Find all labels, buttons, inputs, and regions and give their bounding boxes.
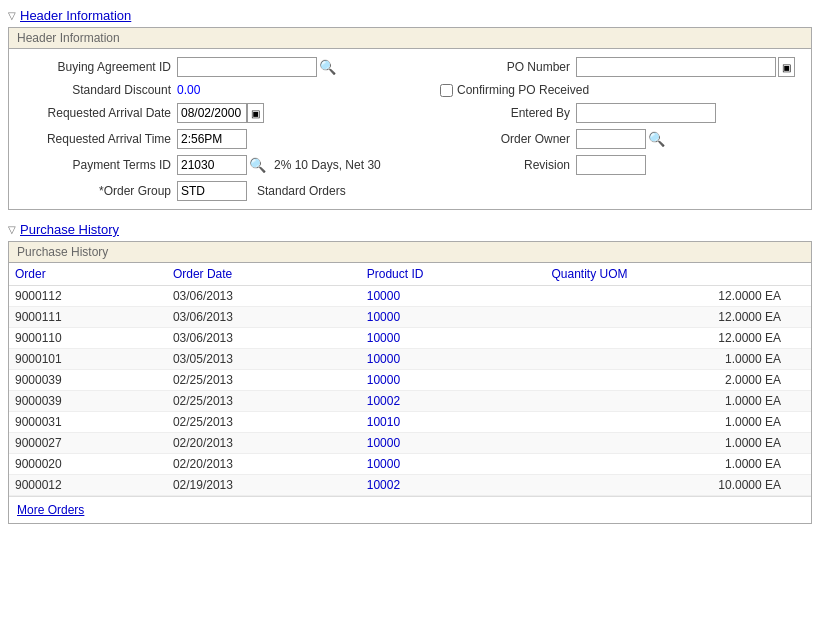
cell-order-date: 03/06/2013 (167, 328, 361, 349)
arrival-time-row: Requested Arrival Time (21, 129, 400, 149)
purchase-history-panel-title: Purchase History (9, 242, 811, 263)
more-orders-row: More Orders (9, 496, 811, 523)
po-number-input[interactable] (576, 57, 776, 77)
more-orders-link[interactable]: More Orders (17, 503, 84, 517)
table-row: 900010103/05/2013100001.0000 EA (9, 349, 811, 370)
cell-product-id[interactable]: 10010 (361, 412, 546, 433)
form-right: PO Number ▣ Confirming PO Received Enter (420, 57, 799, 201)
cell-order-date: 02/25/2013 (167, 412, 361, 433)
buying-agreement-search-btn[interactable]: 🔍 (317, 59, 338, 75)
po-number-calendar-btn[interactable]: ▣ (778, 57, 795, 77)
cell-order-date: 03/05/2013 (167, 349, 361, 370)
cell-order-date: 02/25/2013 (167, 370, 361, 391)
order-owner-label: Order Owner (420, 132, 570, 146)
order-owner-search-btn[interactable]: 🔍 (646, 131, 667, 147)
cell-order-date: 02/20/2013 (167, 454, 361, 475)
entered-by-label: Entered By (420, 106, 570, 120)
cell-quantity-uom: 1.0000 EA (545, 349, 811, 370)
cell-order-date: 02/20/2013 (167, 433, 361, 454)
cell-product-id[interactable]: 10000 (361, 370, 546, 391)
revision-input[interactable] (576, 155, 646, 175)
purchase-history-table: Order Order Date Product ID Quantity UOM… (9, 263, 811, 496)
buying-agreement-row: Buying Agreement ID 🔍 (21, 57, 400, 77)
header-info-toggle-icon[interactable]: ▽ (8, 10, 16, 21)
cell-product-id[interactable]: 10000 (361, 349, 546, 370)
cell-quantity-uom: 10.0000 EA (545, 475, 811, 496)
purchase-history-link[interactable]: Purchase History (20, 222, 119, 237)
header-info-link[interactable]: Header Information (20, 8, 131, 23)
payment-terms-desc: 2% 10 Days, Net 30 (274, 158, 381, 172)
table-row: 900011203/06/20131000012.0000 EA (9, 286, 811, 307)
purchase-history-toggle-icon[interactable]: ▽ (8, 224, 16, 235)
arrival-date-calendar-btn[interactable]: ▣ (247, 103, 264, 123)
col-product-id: Product ID (361, 263, 546, 286)
order-group-input[interactable] (177, 181, 247, 201)
header-info-section-header: ▽ Header Information (8, 8, 812, 23)
cell-product-id[interactable]: 10000 (361, 328, 546, 349)
col-quantity-uom: Quantity UOM (545, 263, 811, 286)
header-info-panel-title: Header Information (9, 28, 811, 49)
table-row: 900003102/25/2013100101.0000 EA (9, 412, 811, 433)
order-group-row: *Order Group Standard Orders (21, 181, 400, 201)
cell-order-date: 02/19/2013 (167, 475, 361, 496)
arrival-time-label: Requested Arrival Time (21, 132, 171, 146)
cell-quantity-uom: 1.0000 EA (545, 391, 811, 412)
cell-quantity-uom: 1.0000 EA (545, 412, 811, 433)
standard-discount-label: Standard Discount (21, 83, 171, 97)
cell-quantity-uom: 12.0000 EA (545, 307, 811, 328)
cell-product-id[interactable]: 10000 (361, 433, 546, 454)
arrival-time-input[interactable] (177, 129, 247, 149)
cell-order: 9000020 (9, 454, 167, 475)
col-order: Order (9, 263, 167, 286)
payment-terms-search-btn[interactable]: 🔍 (247, 157, 268, 173)
po-number-label: PO Number (420, 60, 570, 74)
entered-by-row: Entered By (420, 103, 799, 123)
cell-product-id[interactable]: 10002 (361, 391, 546, 412)
table-row: 900011103/06/20131000012.0000 EA (9, 307, 811, 328)
cell-product-id[interactable]: 10002 (361, 475, 546, 496)
order-owner-input[interactable] (576, 129, 646, 149)
entered-by-input[interactable] (576, 103, 716, 123)
cell-order: 9000031 (9, 412, 167, 433)
cell-quantity-uom: 12.0000 EA (545, 328, 811, 349)
header-form-grid: Buying Agreement ID 🔍 Standard Discount … (21, 57, 799, 201)
table-row: 900003902/25/2013100021.0000 EA (9, 391, 811, 412)
confirming-po-checkbox[interactable] (440, 84, 453, 97)
cell-product-id[interactable]: 10000 (361, 286, 546, 307)
table-row: 900002702/20/2013100001.0000 EA (9, 433, 811, 454)
table-row: 900011003/06/20131000012.0000 EA (9, 328, 811, 349)
cell-quantity-uom: 1.0000 EA (545, 454, 811, 475)
cell-order: 9000039 (9, 370, 167, 391)
revision-label: Revision (420, 158, 570, 172)
header-info-panel-content: Buying Agreement ID 🔍 Standard Discount … (9, 49, 811, 209)
arrival-date-input[interactable] (177, 103, 247, 123)
arrival-date-row: Requested Arrival Date ▣ (21, 103, 400, 123)
cell-quantity-uom: 2.0000 EA (545, 370, 811, 391)
col-order-date: Order Date (167, 263, 361, 286)
cell-order: 9000039 (9, 391, 167, 412)
payment-terms-row: Payment Terms ID 🔍 2% 10 Days, Net 30 (21, 155, 400, 175)
cell-order: 9000012 (9, 475, 167, 496)
payment-terms-input[interactable] (177, 155, 247, 175)
cell-order: 9000101 (9, 349, 167, 370)
order-group-desc: Standard Orders (257, 184, 346, 198)
payment-terms-label: Payment Terms ID (21, 158, 171, 172)
revision-row: Revision (420, 155, 799, 175)
header-info-panel: Header Information Buying Agreement ID 🔍… (8, 27, 812, 210)
buying-agreement-input[interactable] (177, 57, 317, 77)
cell-product-id[interactable]: 10000 (361, 454, 546, 475)
table-row: 900001202/19/20131000210.0000 EA (9, 475, 811, 496)
purchase-history-panel: Purchase History Order Order Date Produc… (8, 241, 812, 524)
cell-order-date: 02/25/2013 (167, 391, 361, 412)
cell-order: 9000112 (9, 286, 167, 307)
purchase-history-section-header: ▽ Purchase History (8, 222, 812, 237)
standard-discount-row: Standard Discount 0.00 (21, 83, 400, 97)
cell-product-id[interactable]: 10000 (361, 307, 546, 328)
standard-discount-value: 0.00 (177, 83, 200, 97)
table-row: 900002002/20/2013100001.0000 EA (9, 454, 811, 475)
cell-quantity-uom: 1.0000 EA (545, 433, 811, 454)
order-owner-row: Order Owner 🔍 (420, 129, 799, 149)
table-header: Order Order Date Product ID Quantity UOM (9, 263, 811, 286)
arrival-date-label: Requested Arrival Date (21, 106, 171, 120)
confirming-po-checkbox-row: Confirming PO Received (440, 83, 589, 97)
